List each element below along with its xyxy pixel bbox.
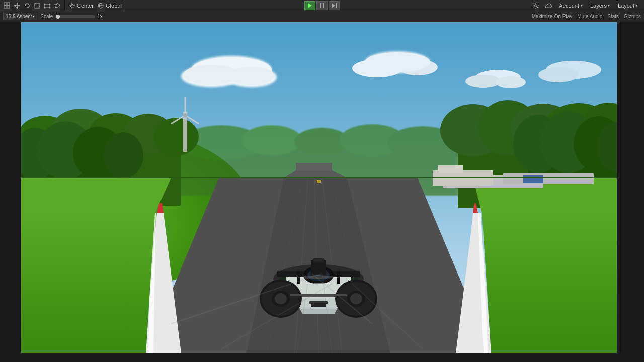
svg-rect-124 [311,303,313,307]
svg-point-116 [275,293,287,304]
svg-rect-0 [4,3,7,5]
side-panel-left [0,22,20,362]
svg-point-17 [49,7,51,8]
extra-tool-icon[interactable] [53,1,62,10]
scale-slider[interactable] [55,15,95,18]
svg-rect-29 [320,3,321,8]
svg-point-51 [242,125,302,155]
track-far [296,163,332,171]
left-divider [20,22,21,353]
hand-tool-icon[interactable] [3,1,12,10]
svg-rect-32 [336,3,337,8]
maximize-on-play-btn[interactable]: Maximize On Play [532,14,573,19]
svg-point-14 [44,3,46,5]
svg-rect-77 [183,112,187,152]
transform-tools [0,0,65,11]
global-label[interactable]: Global [106,3,122,9]
svg-rect-1 [7,3,10,5]
mute-audio-btn[interactable]: Mute Audio [577,14,602,19]
svg-rect-2 [4,6,7,8]
scale-tool-icon[interactable] [33,1,42,10]
top-toolbar: Center Global Account ▾ Layers ▾ [0,0,644,11]
svg-line-12 [35,3,40,8]
svg-marker-10 [24,5,26,6]
svg-point-20 [71,5,72,6]
svg-rect-3 [7,6,10,8]
svg-point-15 [49,3,51,5]
scale-value: 1x [97,14,103,19]
svg-rect-109 [313,258,324,262]
pivot-icon[interactable] [67,1,76,10]
svg-marker-31 [332,3,335,8]
account-button[interactable]: Account ▾ [557,2,585,10]
grass-right [482,213,617,353]
svg-rect-126 [316,303,318,307]
grass-left-mid [20,178,171,213]
scale-slider-handle[interactable] [56,15,60,19]
toolbar-right-section: Account ▾ Layers ▾ Layout ▾ [531,1,644,10]
gizmos-btn[interactable]: Gizmos [624,14,641,19]
layout-arrow: ▾ [635,3,637,8]
svg-rect-125 [313,303,316,307]
game-viewport [20,22,617,353]
account-label: Account [559,3,579,9]
layers-arrow: ▾ [608,3,610,8]
scale-section: Scale 1x [40,14,103,19]
svg-point-39 [229,67,274,85]
layers-label: Layers [590,3,607,9]
svg-rect-99 [438,165,463,173]
layers-dropdown[interactable]: Layers ▾ [588,2,612,10]
second-toolbar-right: Maximize On Play Mute Audio Stats Gizmos [532,14,641,19]
bottom-strip [0,353,644,362]
layout-label: Layout [618,3,634,9]
svg-marker-28 [308,3,312,8]
aspect-label: 16:9 Aspect [6,14,32,19]
layout-dropdown[interactable]: Layout ▾ [615,2,640,10]
svg-marker-18 [54,3,60,8]
scene-svg [20,22,617,353]
svg-point-119 [350,293,362,304]
center-label[interactable]: Center [77,3,94,9]
play-button[interactable] [304,1,315,10]
svg-point-43 [365,52,430,72]
svg-marker-9 [19,5,20,7]
svg-point-48 [538,67,579,82]
aspect-arrow: ▾ [33,14,35,19]
svg-rect-128 [321,303,324,307]
svg-marker-8 [14,5,16,7]
svg-rect-127 [318,303,321,307]
account-arrow: ▾ [581,3,583,8]
scale-label: Scale [40,14,53,19]
svg-point-46 [496,76,526,88]
svg-point-33 [535,4,537,7]
aspect-dropdown[interactable]: 16:9 Aspect ▾ [3,13,37,20]
settings-icon[interactable] [531,1,540,10]
move-tool-icon[interactable] [13,1,22,10]
svg-rect-30 [323,3,324,8]
pivot-section: Center Global [65,0,124,11]
cloud-icon[interactable] [544,1,553,10]
svg-marker-6 [16,3,18,4]
svg-point-65 [103,132,143,178]
playback-controls [304,1,340,10]
grass-left [20,213,155,353]
stats-btn[interactable]: Stats [607,14,619,19]
svg-rect-13 [45,4,50,8]
svg-point-16 [44,7,46,8]
svg-rect-97 [523,175,543,183]
step-button[interactable] [329,1,340,10]
global-icon[interactable] [96,1,105,10]
svg-marker-7 [16,7,18,9]
rect-transform-icon[interactable] [43,1,52,10]
second-toolbar: 16:9 Aspect ▾ Scale 1x Maximize On Play … [0,11,644,22]
track-marker [317,180,321,183]
svg-point-81 [183,113,187,117]
pause-button[interactable] [316,1,328,10]
svg-point-45 [465,75,501,88]
side-panel-right [621,22,644,362]
svg-point-60 [153,118,199,156]
rotate-tool-icon[interactable] [23,1,32,10]
